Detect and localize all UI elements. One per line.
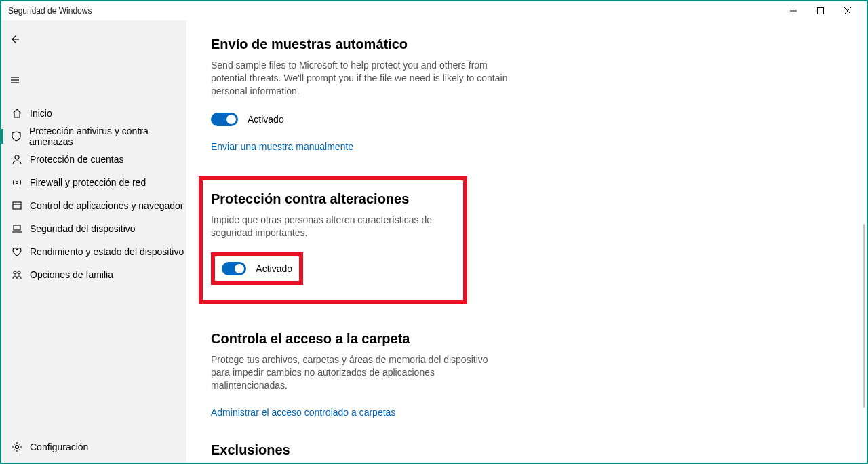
toggle-switch-on-icon [211, 113, 238, 126]
laptop-icon [9, 223, 24, 234]
hamburger-icon [9, 75, 20, 85]
link-manage-folder-access[interactable]: Administrar el acceso controlado a carpe… [211, 407, 395, 418]
sidebar-settings[interactable]: Configuración [1, 431, 186, 463]
highlight-tamper-protection: Protección contra alteraciones Impide qu… [199, 176, 467, 305]
toggle-sample-submission[interactable]: Activado [211, 113, 509, 126]
family-icon [9, 269, 24, 280]
svg-point-9 [16, 182, 18, 184]
section-folder-access: Controla el acceso a la carpeta Protege … [211, 331, 509, 418]
sidebar-item-label: Protección antivirus y contra amenazas [29, 125, 186, 147]
svg-rect-10 [13, 202, 21, 209]
toggle-label: Activado [256, 263, 292, 274]
sidebar-item-performance[interactable]: Rendimiento y estado del dispositivo [1, 240, 186, 263]
settings-label: Configuración [30, 442, 88, 452]
sidebar-item-virus[interactable]: Protección antivirus y contra amenazas [1, 125, 186, 148]
section-title: Protección contra alteraciones [211, 191, 455, 207]
home-icon [9, 108, 24, 119]
svg-rect-12 [14, 225, 20, 230]
maximize-button[interactable] [807, 1, 834, 20]
maximize-icon [816, 7, 825, 15]
window-icon [9, 200, 24, 211]
close-icon [844, 7, 852, 15]
svg-point-15 [18, 271, 20, 274]
sidebar-item-family[interactable]: Opciones de familia [1, 263, 186, 286]
signal-icon [9, 177, 24, 188]
nav-list: Inicio Protección antivirus y contra ame… [1, 102, 186, 286]
section-description: Impide que otras personas alteren caract… [211, 214, 455, 239]
toggle-tamper-protection[interactable]: Activado [222, 262, 292, 275]
sidebar-item-label: Rendimiento y estado del dispositivo [30, 246, 184, 257]
heart-icon [9, 246, 24, 257]
sidebar-item-label: Firewall y protección de red [30, 177, 146, 188]
sidebar-item-label: Seguridad del dispositivo [30, 223, 136, 234]
section-title: Exclusiones [211, 442, 509, 458]
section-title: Envío de muestras automático [211, 37, 509, 52]
sidebar-item-appcontrol[interactable]: Control de aplicaciones y navegador [1, 194, 186, 217]
minimize-button[interactable] [780, 1, 807, 20]
toggle-switch-on-icon [222, 262, 246, 275]
window-title: Seguridad de Windows [7, 6, 92, 16]
section-exclusions: Exclusiones Windows Defender Antivirus w… [211, 442, 509, 463]
back-button[interactable] [1, 26, 28, 53]
link-submit-sample[interactable]: Enviar una muestra manualmente [211, 141, 353, 152]
section-description: Protege tus archivos, carpetas y áreas d… [211, 353, 509, 392]
section-sample-submission: Envío de muestras automático Send sample… [211, 37, 509, 152]
hamburger-button[interactable] [1, 66, 28, 94]
sidebar-item-label: Control de aplicaciones y navegador [30, 200, 183, 211]
svg-point-16 [16, 446, 19, 449]
section-description: Send sample files to Microsoft to help p… [211, 59, 509, 98]
svg-point-8 [15, 155, 19, 159]
sidebar: Inicio Protección antivirus y contra ame… [1, 20, 186, 463]
shield-icon [9, 131, 24, 142]
main-content: Envío de muestras automático Send sample… [186, 20, 867, 463]
sidebar-item-device-security[interactable]: Seguridad del dispositivo [1, 217, 186, 240]
minimize-icon [789, 7, 797, 15]
scrollbar-thumb[interactable] [863, 224, 865, 407]
gear-icon [9, 442, 24, 452]
sidebar-item-label: Protección de cuentas [30, 154, 124, 165]
toggle-label: Activado [248, 114, 284, 125]
close-button[interactable] [834, 1, 861, 20]
sidebar-item-label: Opciones de familia [30, 269, 113, 280]
highlight-tamper-toggle: Activado [211, 252, 303, 285]
section-title: Controla el acceso a la carpeta [211, 331, 509, 347]
svg-point-14 [14, 271, 16, 274]
sidebar-item-label: Inicio [30, 108, 52, 119]
svg-rect-1 [818, 8, 824, 14]
back-arrow-icon [9, 34, 20, 45]
sidebar-item-home[interactable]: Inicio [1, 102, 186, 125]
sidebar-item-firewall[interactable]: Firewall y protección de red [1, 171, 186, 194]
sidebar-item-account[interactable]: Protección de cuentas [1, 148, 186, 171]
person-icon [9, 154, 24, 165]
scrollbar[interactable] [861, 23, 865, 460]
titlebar: Seguridad de Windows [1, 1, 867, 20]
